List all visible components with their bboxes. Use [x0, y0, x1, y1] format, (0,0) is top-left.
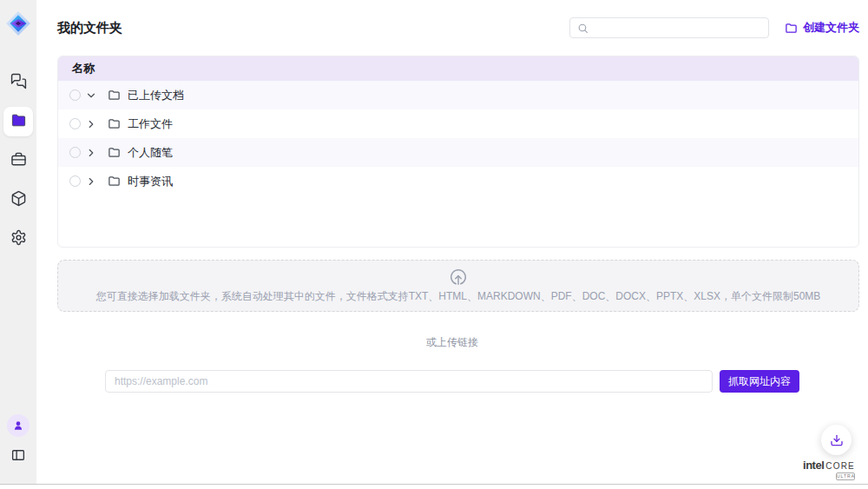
- ultra-badge: ULTRA: [836, 472, 855, 480]
- table-row[interactable]: 已上传文档: [58, 81, 858, 109]
- chevron-right-icon[interactable]: [85, 175, 97, 188]
- folder-table: 名称 已上传文档 工作文件: [57, 56, 859, 248]
- search-box[interactable]: [569, 17, 769, 38]
- download-icon: [830, 433, 844, 447]
- folder-icon: [10, 112, 27, 132]
- intel-core-logo: intel CORE ULTRA: [801, 459, 857, 480]
- table-header-name: 名称: [58, 56, 858, 81]
- window-bottom-edge: [0, 484, 868, 485]
- search-input[interactable]: [594, 22, 761, 34]
- folder-plus-icon: [785, 22, 798, 35]
- row-checkbox[interactable]: [69, 147, 81, 158]
- table-row[interactable]: 个人随笔: [58, 138, 858, 167]
- sidebar-item-chat[interactable]: [3, 68, 33, 97]
- sidebar-item-models[interactable]: [3, 185, 33, 215]
- upload-hint-text: 您可直接选择加载文件夹，系统自动处理其中的文件，文件格式支持TXT、HTML、M…: [96, 289, 821, 304]
- page-header: 我的文件夹 创建文件夹: [36, 0, 868, 38]
- url-input[interactable]: [105, 370, 713, 393]
- row-checkbox[interactable]: [69, 175, 81, 187]
- chevron-right-icon[interactable]: [85, 147, 97, 159]
- briefcase-icon: [10, 151, 27, 171]
- collapse-sidebar-button[interactable]: [7, 446, 30, 468]
- sidebar-item-settings[interactable]: [3, 224, 33, 254]
- sidebar-item-folders[interactable]: [3, 107, 33, 136]
- folder-icon: [108, 175, 121, 188]
- chevron-right-icon[interactable]: [85, 118, 97, 130]
- sidebar-nav: [3, 68, 33, 254]
- cube-icon: [10, 190, 27, 210]
- fetch-url-button[interactable]: 抓取网址内容: [720, 370, 799, 393]
- row-checkbox[interactable]: [69, 118, 81, 129]
- folder-icon: [108, 89, 121, 102]
- search-icon: [577, 23, 589, 34]
- url-upload-row: 抓取网址内容: [105, 370, 799, 393]
- or-upload-link-label: 或上传链接: [36, 335, 868, 350]
- upload-dropzone[interactable]: 您可直接选择加载文件夹，系统自动处理其中的文件，文件格式支持TXT、HTML、M…: [57, 260, 859, 312]
- app-logo: [5, 10, 31, 36]
- download-fab[interactable]: [821, 425, 852, 455]
- avatar[interactable]: [7, 414, 30, 437]
- folder-icon: [108, 146, 121, 159]
- panel-layout-icon: [10, 447, 26, 466]
- page-title: 我的文件夹: [57, 20, 122, 36]
- sidebar: [0, 0, 36, 484]
- table-row[interactable]: 工作文件: [58, 109, 858, 138]
- intel-wordmark: intel: [803, 459, 824, 472]
- chevron-down-icon[interactable]: [85, 89, 97, 102]
- core-wordmark: CORE: [825, 461, 855, 471]
- folder-name: 已上传文档: [128, 88, 184, 103]
- gear-icon: [10, 229, 27, 249]
- chat-icon: [10, 73, 27, 93]
- folder-name: 工作文件: [128, 116, 173, 132]
- main-panel: 我的文件夹 创建文件夹 名称: [36, 0, 868, 489]
- folder-name: 个人随笔: [128, 145, 173, 161]
- folder-name: 时事资讯: [128, 174, 173, 189]
- table-row[interactable]: 时事资讯: [58, 167, 858, 195]
- sidebar-item-workspace[interactable]: [3, 146, 33, 175]
- user-icon: [12, 420, 24, 432]
- row-checkbox[interactable]: [69, 89, 81, 101]
- upload-cloud-icon: [449, 268, 468, 287]
- create-folder-label: 创建文件夹: [803, 20, 859, 36]
- create-folder-button[interactable]: 创建文件夹: [785, 20, 859, 36]
- folder-icon: [108, 117, 121, 130]
- sidebar-bottom: [7, 414, 30, 468]
